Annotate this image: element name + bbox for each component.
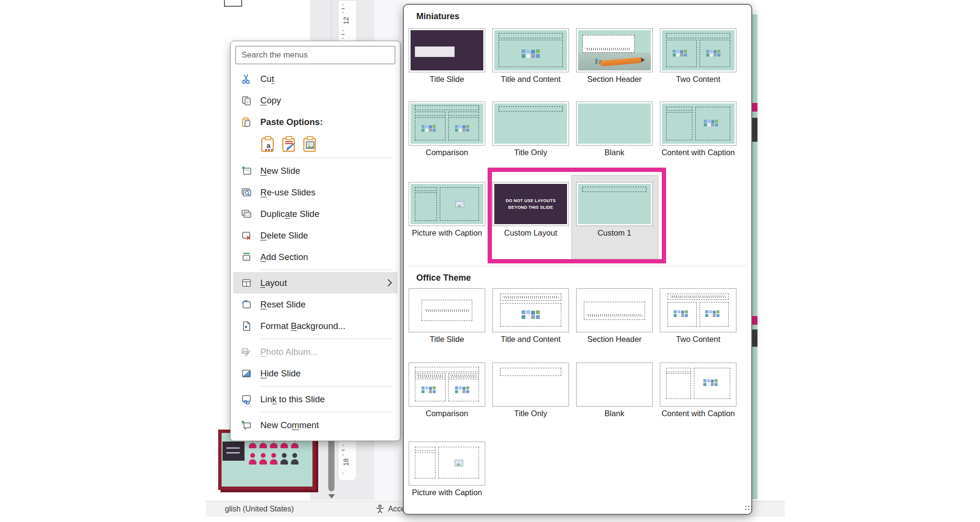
thumbnail-label: Comparison <box>409 148 485 157</box>
layout-miniature-custom-layout[interactable]: DO NOT USE LAYOUTS BEYOND THIS SLIDE Cus… <box>492 182 569 238</box>
person-icon <box>259 453 267 465</box>
person-icon <box>269 453 278 465</box>
copy-icon <box>240 94 253 107</box>
layout-office-section-header[interactable]: Section Header <box>576 288 653 344</box>
format-background-icon <box>240 320 253 332</box>
paste-icon <box>240 116 253 128</box>
language-status[interactable]: glish (United States) <box>225 505 294 513</box>
thumbnail-label: Section Header <box>576 75 653 84</box>
layout-office-comparison[interactable]: Comparison <box>409 363 485 418</box>
paste-options-row: a <box>233 133 398 156</box>
section-title-office-theme: Office Theme <box>416 273 471 283</box>
powerpoint-window: 12 16 18 ‹ glish (Uni <box>0 0 980 522</box>
resize-grip[interactable] <box>745 509 746 510</box>
layout-office-title-and-content[interactable]: Title and Content <box>492 288 569 344</box>
menu-item-hide-slide[interactable]: Hide Slide <box>233 363 398 384</box>
thumbnail-label: Title Slide <box>409 75 485 84</box>
paste-picture-icon[interactable] <box>302 136 318 153</box>
thumbnail-label: Picture with Caption <box>409 488 485 497</box>
layout-miniature-comparison[interactable]: Comparison <box>409 102 485 157</box>
menu-item-photo-album: Photo Album... <box>233 341 398 363</box>
layout-miniature-content-with-caption[interactable]: Content with Caption <box>660 102 736 157</box>
menu-separator <box>259 412 393 412</box>
reset-slide-icon <box>240 298 253 311</box>
layout-miniature-picture-with-caption[interactable]: Picture with Caption <box>409 182 485 238</box>
ruler-number: 18 <box>342 458 350 466</box>
accessibility-icon <box>375 504 385 514</box>
layout-office-title-only[interactable]: Title Only <box>492 363 569 418</box>
background-slide-sliver <box>752 14 757 499</box>
hide-slide-icon <box>240 367 253 380</box>
thumbnail-label: Comparison <box>409 409 485 418</box>
layout-miniature-title-and-content[interactable]: Title and Content <box>492 28 569 84</box>
background-fragment <box>752 103 757 112</box>
thumbnail-label: Title and Content <box>492 75 569 84</box>
menu-separator <box>259 158 393 158</box>
reuse-slides-icon <box>240 186 253 199</box>
menu-item-duplicate-slide[interactable]: Duplicate Slide <box>233 203 398 225</box>
menu-item-reuse-slides[interactable]: Re-use Slides <box>233 182 398 203</box>
thumbnail-label: Two Content <box>660 75 736 84</box>
layout-miniature-title-only[interactable]: Title Only <box>492 102 569 157</box>
paste-keep-source-formatting-icon[interactable]: a <box>260 136 276 153</box>
layout-icon <box>240 277 253 289</box>
menu-item-cut[interactable]: Cut <box>233 68 398 90</box>
background-fragment <box>752 118 757 142</box>
ruler-number: 12 <box>342 17 350 24</box>
background-ui-fragment <box>224 0 242 7</box>
new-slide-icon <box>240 165 253 177</box>
menu-separator <box>259 386 393 386</box>
section-divider <box>409 266 746 266</box>
thumbnail-label: Two Content <box>660 335 736 344</box>
menu-separator <box>259 270 393 270</box>
layout-miniature-section-header[interactable]: Section Header <box>576 28 653 84</box>
menu-item-delete-slide[interactable]: Delete Slide <box>233 225 398 246</box>
layout-office-picture-with-caption[interactable]: Picture with Caption <box>409 442 485 497</box>
cut-icon <box>240 73 253 85</box>
menu-item-copy[interactable]: Copy <box>233 90 398 111</box>
submenu-arrow-icon <box>385 279 392 287</box>
menu-item-link-to-this-slide[interactable]: Link to this Slide <box>233 388 398 410</box>
layout-miniature-two-content[interactable]: Two Content <box>660 28 736 84</box>
thumbnail-label: Content with Caption <box>660 409 736 418</box>
person-icon <box>290 453 299 465</box>
menu-item-new-comment[interactable]: New Comment <box>233 414 398 436</box>
layout-miniature-title-slide[interactable]: Title Slide <box>409 28 485 84</box>
link-icon <box>240 393 253 406</box>
menu-item-add-section[interactable]: Add Section <box>233 246 398 268</box>
menu-item-layout[interactable]: Layout <box>233 272 398 294</box>
thumbnail-label: Blank <box>576 148 653 157</box>
person-icon <box>248 453 256 465</box>
background-fragment <box>752 329 757 347</box>
layout-miniature-blank[interactable]: Blank <box>576 102 653 157</box>
photo-album-icon <box>240 346 253 358</box>
section-title-miniatures: Miniatures <box>416 11 459 22</box>
layout-office-content-with-caption[interactable]: Content with Caption <box>660 363 736 418</box>
menu-item-format-background[interactable]: Format Background... <box>233 315 398 337</box>
thumbnail-label: Title and Content <box>492 335 569 344</box>
thumbnail-label: Section Header <box>576 335 653 344</box>
add-section-icon <box>240 251 253 263</box>
menu-item-new-slide[interactable]: New Slide <box>233 160 398 182</box>
custom-layout-warning-text: DO NOT USE LAYOUTS BEYOND THIS SLIDE <box>494 184 567 224</box>
layout-office-blank[interactable]: Blank <box>576 363 653 418</box>
thumbnail-label: Custom 1 <box>576 228 653 238</box>
menu-item-paste-options: Paste Options: <box>233 111 398 133</box>
search-input[interactable] <box>235 46 395 64</box>
layout-miniature-custom-1-selected[interactable]: Custom 1 <box>576 182 653 238</box>
svg-text:a: a <box>267 141 271 149</box>
layout-office-title-slide[interactable]: Title Slide <box>409 288 485 344</box>
menu-separator <box>259 339 393 339</box>
person-icon <box>280 453 288 465</box>
layout-office-two-content[interactable]: Two Content <box>660 288 736 344</box>
slide-text-callout <box>223 442 245 461</box>
thumbnail-label: Content with Caption <box>660 148 736 157</box>
thumbnail-label: Blank <box>576 409 653 418</box>
thumbnail-label: Custom Layout <box>492 228 569 238</box>
context-menu: Cut Copy Paste Options: a <box>230 41 401 441</box>
scrollbar-down-arrow[interactable] <box>328 494 335 499</box>
menu-item-reset-slide[interactable]: Reset Slide <box>233 294 398 315</box>
background-fragment <box>752 316 757 325</box>
thumbnail-label: Title Only <box>492 148 569 157</box>
paste-use-destination-theme-icon[interactable] <box>281 136 297 153</box>
